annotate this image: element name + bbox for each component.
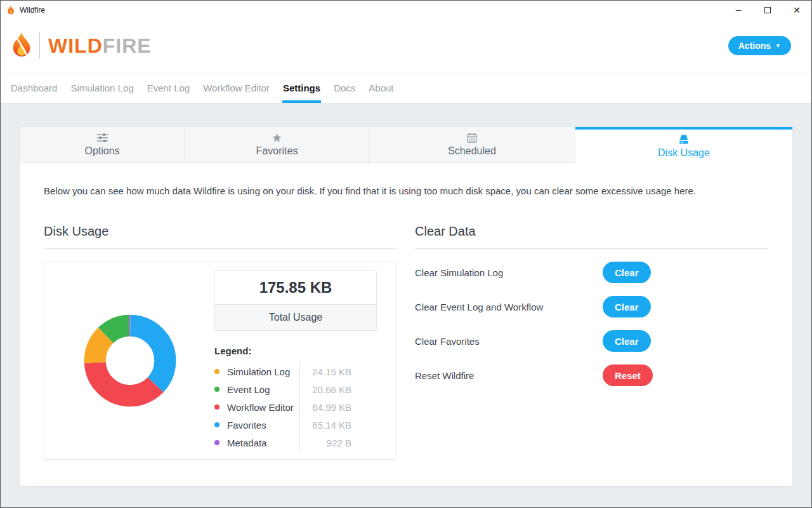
tab-label: Disk Usage bbox=[658, 147, 710, 159]
actions-button[interactable]: Actions ▼ bbox=[728, 36, 791, 55]
clear-row-clear-favorites: Clear FavoritesClear bbox=[415, 330, 768, 352]
clear-row-label: Reset Wildfire bbox=[415, 370, 603, 381]
clear-row-clear-simulation-log: Clear Simulation LogClear bbox=[415, 262, 768, 283]
legend-dot bbox=[214, 387, 219, 392]
total-usage-value: 175.85 KB bbox=[215, 271, 376, 304]
disk-usage-content: Below you can see how much data Wildfire… bbox=[20, 185, 792, 460]
settings-panel: OptionsFavoritesScheduledDisk Usage Belo… bbox=[20, 127, 792, 486]
legend-label: Simulation Log bbox=[227, 366, 299, 377]
legend-dot bbox=[214, 404, 219, 410]
legend-dot bbox=[214, 422, 219, 427]
app-flame-icon bbox=[6, 5, 15, 15]
legend-value: 20.66 KB bbox=[299, 380, 377, 398]
clear-row-clear-event-log-and-workflow: Clear Event Log and WorkflowClear bbox=[415, 296, 768, 318]
nav-item-simulation-log[interactable]: Simulation Log bbox=[70, 72, 133, 103]
maximize-button[interactable] bbox=[753, 1, 782, 20]
chevron-down-icon: ▼ bbox=[775, 43, 781, 49]
logo-text: WILDFIRE bbox=[48, 34, 152, 58]
legend-row-event-log: Event Log20.66 KB bbox=[214, 380, 377, 398]
clear-data-list: Clear Simulation LogClearClear Event Log… bbox=[415, 262, 768, 386]
clear-simulation-log-button[interactable]: Clear bbox=[603, 262, 651, 283]
total-usage-box: 175.85 KB Total Usage bbox=[214, 270, 377, 331]
tab-options[interactable]: Options bbox=[20, 127, 185, 163]
legend-value: 922 B bbox=[299, 434, 377, 451]
window-title: Wildfire bbox=[20, 6, 45, 15]
app-header: WILDFIRE Actions ▼ bbox=[1, 20, 811, 72]
minimize-button[interactable]: ─ bbox=[724, 1, 753, 20]
logo-text-primary: WILD bbox=[48, 34, 103, 57]
legend-heading: Legend: bbox=[214, 345, 377, 356]
disk-usage-heading: Disk Usage bbox=[44, 224, 397, 249]
disk-usage-card: 175.85 KB Total Usage Legend: Simulation… bbox=[44, 262, 397, 460]
clear-event-log-and-workflow-button[interactable]: Clear bbox=[603, 296, 651, 318]
nav-item-event-log[interactable]: Event Log bbox=[147, 72, 190, 103]
reset-wildfire-button[interactable]: Reset bbox=[603, 364, 653, 386]
actions-button-label: Actions bbox=[738, 41, 771, 51]
clear-row-reset-wildfire: Reset WildfireReset bbox=[415, 364, 768, 386]
tab-label: Scheduled bbox=[448, 145, 496, 157]
nav-item-settings[interactable]: Settings bbox=[283, 72, 320, 103]
chart-legend: Simulation Log24.15 KBEvent Log20.66 KBW… bbox=[214, 363, 377, 451]
window-controls: ─ ✕ bbox=[724, 1, 811, 20]
maximize-icon bbox=[764, 7, 771, 13]
wildfire-logo: WILDFIRE bbox=[10, 31, 152, 60]
legend-row-favorites: Favorites65.14 KB bbox=[214, 416, 377, 434]
clear-favorites-button[interactable]: Clear bbox=[603, 330, 651, 352]
main-area: OptionsFavoritesScheduledDisk Usage Belo… bbox=[1, 104, 811, 507]
disk-usage-donut-chart bbox=[84, 314, 176, 407]
sliders-icon bbox=[96, 132, 108, 143]
legend-row-metadata: Metadata922 B bbox=[214, 434, 377, 451]
tab-scheduled[interactable]: Scheduled bbox=[369, 127, 575, 163]
legend-value: 24.15 KB bbox=[299, 363, 377, 380]
main-nav: DashboardSimulation LogEvent LogWorkflow… bbox=[1, 72, 811, 104]
legend-row-workflow-editor: Workflow Editor64.99 KB bbox=[214, 398, 377, 416]
close-button[interactable]: ✕ bbox=[782, 1, 811, 20]
tab-favorites[interactable]: Favorites bbox=[185, 127, 369, 163]
logo-text-secondary: FIRE bbox=[103, 34, 152, 57]
legend-value: 65.14 KB bbox=[299, 416, 377, 434]
clear-row-label: Clear Favorites bbox=[415, 336, 603, 347]
page-description: Below you can see how much data Wildfire… bbox=[44, 185, 768, 196]
titlebar: Wildfire ─ ✕ bbox=[1, 1, 811, 20]
legend-label: Event Log bbox=[227, 384, 299, 395]
legend-dot bbox=[214, 440, 219, 445]
disk-usage-column: Disk Usage 175.85 KB Total Usage Legend:… bbox=[44, 224, 397, 460]
nav-item-docs[interactable]: Docs bbox=[334, 72, 355, 103]
nav-item-dashboard[interactable]: Dashboard bbox=[11, 72, 57, 103]
logo-flame-icon bbox=[10, 31, 34, 60]
clear-data-column: Clear Data Clear Simulation LogClearClea… bbox=[415, 224, 768, 460]
tab-disk-usage[interactable]: Disk Usage bbox=[575, 127, 792, 163]
legend-label: Metadata bbox=[227, 438, 299, 448]
clear-row-label: Clear Event Log and Workflow bbox=[415, 302, 603, 312]
clear-data-heading: Clear Data bbox=[415, 224, 768, 249]
disk-icon bbox=[678, 134, 690, 145]
nav-item-workflow-editor[interactable]: Workflow Editor bbox=[203, 72, 270, 103]
legend-label: Favorites bbox=[227, 420, 299, 431]
calendar-icon bbox=[467, 132, 477, 143]
legend-row-simulation-log: Simulation Log24.15 KB bbox=[214, 363, 377, 380]
logo-divider bbox=[39, 32, 40, 59]
legend-value: 64.99 KB bbox=[299, 398, 377, 416]
legend-dot bbox=[214, 369, 219, 374]
tab-label: Favorites bbox=[256, 145, 298, 157]
app-window: Wildfire ─ ✕ WILDFIRE Actions ▼ bbox=[0, 0, 812, 508]
star-icon bbox=[272, 132, 282, 143]
legend-label: Workflow Editor bbox=[227, 402, 299, 413]
usage-details: 175.85 KB Total Usage Legend: Simulation… bbox=[214, 270, 377, 451]
settings-tabs: OptionsFavoritesScheduledDisk Usage bbox=[20, 127, 792, 163]
clear-row-label: Clear Simulation Log bbox=[415, 267, 603, 278]
tab-label: Options bbox=[84, 145, 119, 157]
total-usage-label: Total Usage bbox=[215, 304, 376, 330]
nav-item-about[interactable]: About bbox=[369, 72, 393, 103]
